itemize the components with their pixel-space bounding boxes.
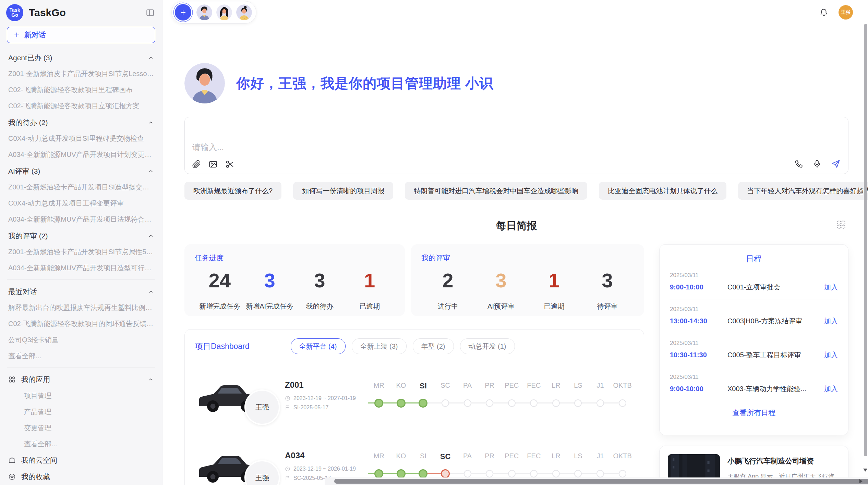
flag-icon [285,405,290,410]
section-header[interactable]: 最近对话 [5,283,157,300]
voice-call-icon[interactable] [794,159,804,169]
dashboard-tab[interactable]: 全新上装 (3) [352,338,407,354]
sidebar-item-cloud-space[interactable]: 我的云空间 [5,452,157,469]
recent-chat-item[interactable]: C02-飞腾新能源轻客改款项目的闭环通告反馈情况 [5,316,157,332]
horizontal-scrollbar-thumb[interactable] [334,479,868,484]
recent-chat-item[interactable]: 解释最新出台的欧盟报废车法规再生塑料比例被调至15%... [5,300,157,316]
milestone-dot-pending [567,469,589,478]
milestone-label: KO [390,452,412,461]
stat-item: 3 新增AI完成任务 [245,270,295,311]
chevron-up-icon [148,55,154,61]
sidebar-task-item[interactable]: Z001-全新燃油皮卡产品开发项目SI节点Lesson Learn报告 [5,66,157,82]
suggestion-chip[interactable]: 欧洲新规最近颁布了什么? [184,182,281,200]
scroll-down-arrow[interactable] [863,469,867,472]
assistant-avatar-3[interactable] [236,4,252,20]
stat-item: 1 已逾期 [528,270,581,311]
section-header[interactable]: 我的评审 (2) [5,227,157,244]
suggestion-chips: 欧洲新规最近颁布了什么?如何写一份清晰的项目周报特朗普可能对进口汽车增税会对中国… [184,182,848,200]
stat-label: 新增完成任务 [195,302,245,311]
view-all-schedule-link[interactable]: 查看所有日程 [670,401,838,425]
sidebar-task-item[interactable]: C0X4-动力总成开发项目工程变更评审 [5,195,157,211]
apps-view-all[interactable]: 查看全部... [5,436,157,452]
stat-label: 新增AI完成任务 [245,302,295,311]
favorites-label: 我的收藏 [21,472,50,482]
scroll-right-arrow[interactable] [859,479,863,483]
notification-bell-icon[interactable] [819,8,828,17]
scissors-icon[interactable] [225,160,234,169]
schedule-date: 2025/03/11 [670,374,838,381]
sidebar-task-item[interactable]: C02-飞腾新能源轻客改款项目里程碑画布 [5,82,157,98]
divider [7,368,155,368]
cloud-space-label: 我的云空间 [21,456,57,465]
insert-image-icon[interactable] [208,160,218,169]
sidebar-task-item[interactable]: A034-全新新能源MUV产品开发项目计划变更表编写 [5,147,157,163]
section-header[interactable]: 我的待办 (2) [5,114,157,130]
schedule-meeting-title: C001-立项审批会 [727,283,819,292]
join-meeting-link[interactable]: 加入 [824,384,838,394]
assistant-avatar-1[interactable] [196,4,212,20]
section-title: 我的待办 (2) [8,118,48,127]
user-avatar[interactable]: 王强 [839,5,853,20]
sidebar-task-item[interactable]: C02-飞腾新能源轻客改款项目立项汇报方案 [5,98,157,114]
join-meeting-link[interactable]: 加入 [824,350,838,360]
schedule-item: 2025/03/11 9:00-10:00 C001-立项审批会 加入 [670,265,838,299]
app-shortcut-item[interactable]: 产品管理 [5,404,157,420]
chat-input[interactable]: 请输入... [184,117,848,174]
dashboard-tab[interactable]: 年型 (2) [413,338,454,354]
sidebar-section-agent-done: Agent已办 (3) Z001-全新燃油皮卡产品开发项目SI节点Lesson … [5,49,157,114]
microphone-icon[interactable] [812,159,822,169]
vertical-scrollbar[interactable] [863,0,868,485]
new-chat-button[interactable]: 新对话 [7,27,155,43]
schedule-title: 日程 [670,253,838,264]
suggestion-chip[interactable]: 当下年轻人对汽车外观有怎样的喜好趋势 [738,182,868,200]
project-owner-badge: 王强 [244,389,280,425]
my-review-card: 我的评审 2 进行中 3 [411,244,644,316]
sidebar-collapse-icon[interactable] [146,8,155,17]
composer-actions [794,159,841,169]
stat-label: AI预评审 [474,302,528,311]
recent-chat-item[interactable]: 公司Q3轻卡销量 [5,332,157,348]
stat-label: 待评审 [581,302,634,311]
milestone-dot-done [390,469,412,478]
suggestion-chip[interactable]: 比亚迪全固态电池计划具体说了什么 [599,182,726,200]
add-assistant-button[interactable] [175,4,191,21]
news-title: 小鹏飞行汽车制造公司增资 [727,456,834,466]
sidebar-task-item[interactable]: C0X4-动力总成开发项目SI里程碑提交物检查 [5,130,157,147]
horizontal-scrollbar[interactable] [325,477,868,485]
section-header[interactable]: Agent已办 (3) [5,49,157,66]
join-meeting-link[interactable]: 加入 [824,316,838,326]
dashboard-tab[interactable]: 全新平台 (4) [291,338,346,354]
milestone-dot-pending [589,469,612,478]
sidebar-task-item[interactable]: A034-全新新能源MUV产品开发项目法规符合性评审 [5,211,157,227]
milestone-dot-pending [567,399,589,408]
milestone-label: J1 [589,382,612,390]
my-apps-header[interactable]: 我的应用 [5,371,157,388]
app-shortcut-item[interactable]: 变更管理 [5,420,157,436]
attach-file-icon[interactable] [192,160,201,169]
sidebar-task-item[interactable]: Z001-全新燃油轻卡产品开发项目SI造型提交物评审 [5,179,157,195]
sidebar-task-item[interactable]: A034-全新新能源MUV产品开发项目造型可行性评审 [5,260,157,276]
send-icon[interactable] [831,159,841,169]
flag-icon [285,475,290,481]
section-header[interactable]: AI评审 (3) [5,163,157,179]
sidebar-item-favorites[interactable]: 我的收藏 [5,469,157,485]
app-shortcut-item[interactable]: 项目管理 [5,388,157,404]
assistant-avatar-2[interactable] [216,4,232,20]
suggestion-chip[interactable]: 如何写一份清晰的项目周报 [293,182,393,200]
schedule-card: 日程 2025/03/11 9:00-10:00 C001-立项审批会 加入 [659,244,848,435]
vertical-scrollbar-thumb[interactable] [864,24,867,456]
milestone-dot-pending [611,469,634,478]
join-meeting-link[interactable]: 加入 [824,283,838,292]
milestone-dot-overdue [434,469,457,478]
dashboard-tab[interactable]: 动总开发 (1) [460,338,515,354]
recent-view-all[interactable]: 查看全部... [5,348,157,364]
sidebar-task-item[interactable]: Z001-全新燃油轻卡产品开发项目SI节点属性5D文件评审 [5,244,157,260]
suggestion-chip[interactable]: 特朗普可能对进口汽车增税会对中国车企造成哪些影响 [405,182,587,200]
sidebar-section-my-apps: 我的应用 项目管理产品管理变更管理 查看全部... [5,371,157,452]
sidebar-section-ai-review: AI评审 (3) Z001-全新燃油轻卡产品开发项目SI造型提交物评审C0X4-… [5,163,157,227]
milestone-label: SI [412,452,434,461]
milestone-dot-done [368,399,390,408]
layout-grid-icon[interactable] [836,220,846,230]
divider [7,279,155,280]
project-row-z001[interactable]: 王强 Z001 2023-12-19 ~ 2027-01-19 [195,366,634,425]
